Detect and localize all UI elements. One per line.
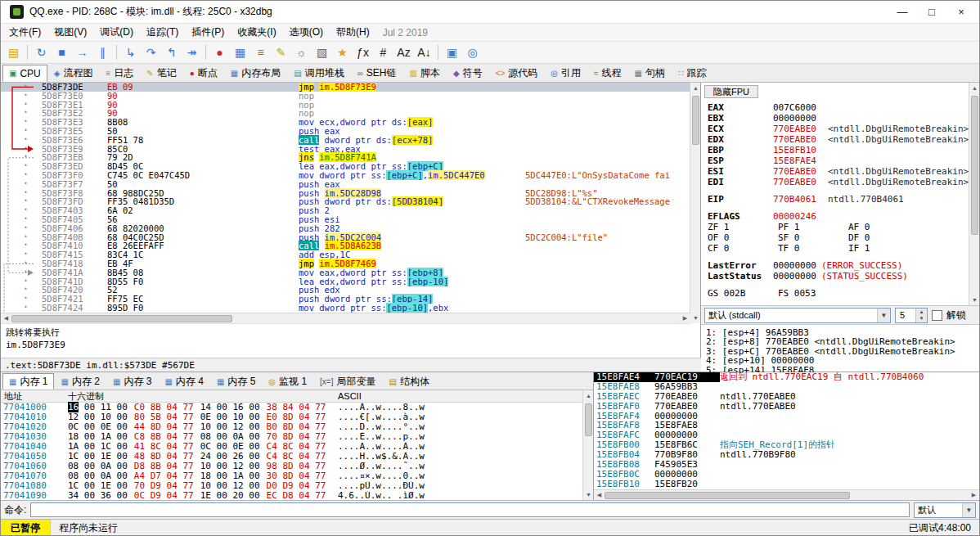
step-into-button[interactable]: ↳ (120, 43, 141, 62)
reg-scroll-down-icon[interactable]: ▼ (969, 295, 980, 305)
breakpoint-gutter-dot[interactable]: • (1, 206, 42, 215)
tab-notes[interactable]: ✎笔记 (140, 65, 182, 82)
register-value[interactable]: 15E8FAE4 (773, 155, 816, 166)
register-line[interactable]: ESP15E8FAE4 (708, 155, 966, 166)
disasm-vscroll-thumb[interactable] (692, 96, 699, 145)
step-over-button[interactable]: ↷ (141, 43, 161, 62)
dump-scroll-up-icon[interactable]: ▲ (583, 390, 594, 401)
disasm-row[interactable]: •5D8F73E190nop (1, 101, 690, 110)
breakpoint-gutter-dot[interactable]: • (1, 304, 42, 313)
stack-row[interactable]: 15E8FB0015E8FB6C指向SEH_Record[1]的指针 (594, 440, 979, 450)
flag-sf[interactable]: SF 0 (778, 232, 848, 243)
disasm-row[interactable]: •5D8F740556push esi (1, 215, 690, 224)
tab-seh-chain[interactable]: ∞SEH链 (351, 65, 403, 82)
breakpoint-gutter-dot[interactable]: • (1, 268, 42, 277)
scroll-up-arrow-icon[interactable]: ▲ (690, 83, 701, 93)
stack-row[interactable]: 15E8FB1015E8FB20 (594, 480, 979, 489)
disasm-horizontal-scrollbar[interactable]: ◀ ▶ (1, 313, 690, 323)
register-line[interactable]: LastStatus00000000(STATUS_SUCCESS) (708, 271, 966, 282)
tab-memory-1[interactable]: ▦内存 1 (2, 373, 54, 390)
log-button[interactable]: ≡ (250, 43, 271, 62)
stop-button[interactable]: ■ (52, 43, 72, 62)
disasm-row[interactable]: •5D8F73FDFF35 0481D35Dpush dword ptr ds:… (1, 197, 690, 206)
breakpoint-gutter-dot[interactable]: • (1, 233, 42, 242)
flag-df[interactable]: DF 0 (848, 232, 919, 243)
breakpoint-gutter-dot[interactable]: • (1, 180, 42, 189)
breakpoint-gutter-dot[interactable]: • (1, 241, 42, 250)
argument-row[interactable]: 4: [esp+10] 00000000 (706, 356, 976, 365)
breakpoint-gutter-dot[interactable]: • (1, 215, 42, 224)
register-line[interactable]: ECX770EABE0<ntdll.DbgUiRemoteBreakin> (708, 124, 966, 134)
tab-locals[interactable]: [x=]局部变量 (313, 373, 382, 390)
scroll-left-arrow-icon[interactable]: ◀ (1, 313, 11, 324)
flag-gs[interactable]: GS 002B (708, 288, 778, 299)
tab-source[interactable]: <>源代码 (489, 65, 545, 82)
disasm-row[interactable]: •5D8F73E090nop (1, 92, 690, 101)
flag-fs[interactable]: FS 0053 (778, 288, 848, 299)
disasm-row[interactable]: •5D8F73E38B08mov ecx,dword ptr ds:[eax] (1, 118, 690, 127)
breakpoint-gutter-dot[interactable]: • (1, 277, 42, 286)
stack-row[interactable]: 15E8FAF0770EABE0ntdll.770EABE0 (594, 402, 979, 412)
calling-convention-select[interactable]: 默认 (stdcall) ▼ (704, 308, 891, 323)
reg-scroll-up-icon[interactable]: ▲ (969, 83, 980, 93)
register-value[interactable]: 770EABE0 (773, 124, 816, 134)
memory-map-button[interactable]: ▦ (230, 43, 250, 62)
sort-az-button[interactable]: A↓ (414, 43, 434, 62)
plugins-button[interactable]: ▧ (312, 43, 332, 62)
tab-threads[interactable]: ≈线程 (587, 65, 628, 82)
tab-memory-3[interactable]: ▦内存 3 (106, 373, 158, 390)
tab-handles[interactable]: ▦句柄 (628, 65, 672, 82)
tab-breakpoints[interactable]: ●断点 (183, 65, 224, 82)
tab-memory-2[interactable]: ▦内存 2 (54, 373, 106, 390)
flag-pf[interactable]: PF 1 (778, 222, 848, 232)
disasm-row[interactable]: •5D8F73F0C745 0C E047C45Dmov dword ptr s… (1, 171, 690, 180)
menu-item-3[interactable]: 调试(D) (93, 24, 140, 41)
breakpoint-gutter-dot[interactable]: • (1, 136, 42, 145)
breakpoint-gutter-dot[interactable]: • (1, 92, 42, 101)
disasm-row[interactable]: •5D8F7424895D F0mov dword ptr ss:[ebp-10… (1, 304, 690, 313)
breakpoint-gutter-dot[interactable]: • (1, 109, 42, 118)
run-button[interactable]: → (72, 43, 92, 62)
step-out-button[interactable]: ↰ (161, 43, 182, 62)
dump-vertical-scrollbar[interactable]: ▲ ▼ (582, 390, 593, 500)
menu-item-4[interactable]: 追踪(T) (140, 24, 185, 41)
stack-horizontal-scrollbar[interactable]: ◀ ▶ (594, 489, 979, 500)
command-input[interactable] (30, 502, 910, 517)
restart-button[interactable]: ↻ (31, 43, 52, 62)
reg-scroll-thumb[interactable] (971, 96, 978, 235)
scroll-down-arrow-icon[interactable]: ▼ (690, 313, 701, 323)
stack-row[interactable]: 15E8FAF400000000 (594, 412, 979, 421)
stack-row[interactable]: 15E8FB08F45905E3 (594, 460, 979, 470)
register-line[interactable]: ZF 1PF 1AF 0 (708, 222, 966, 232)
unlock-checkbox[interactable] (932, 310, 942, 321)
tab-cpu[interactable]: ▣CPU (2, 65, 47, 82)
scroll-right-arrow-icon[interactable]: ▶ (680, 313, 690, 324)
register-line[interactable]: EBP15E8FB10 (708, 145, 966, 155)
minimize-button[interactable]: — (888, 2, 917, 22)
tab-memory-5[interactable]: ▦内存 5 (210, 373, 262, 390)
windows-button[interactable]: ▣ (442, 43, 462, 62)
flag-tf[interactable]: TF 0 (778, 243, 848, 254)
breakpoint-gutter-dot[interactable]: • (1, 189, 42, 198)
tab-call-stack[interactable]: ▤调用堆栈 (287, 65, 350, 82)
flag-if[interactable]: IF 1 (848, 243, 919, 254)
breakpoint-gutter-dot[interactable]: • (1, 197, 42, 206)
tab-symbols[interactable]: ◆符号 (447, 65, 489, 82)
breakpoint-gutter-dot[interactable]: • (1, 162, 42, 171)
dump-scroll-thumb[interactable] (585, 403, 592, 436)
register-line[interactable]: EIP770B4061ntdll.770B4061 (708, 194, 966, 205)
disasm-row[interactable]: •5D8F741D8D55 F0lea edx,dword ptr ss:[eb… (1, 277, 690, 286)
register-value[interactable]: 007C6000 (773, 102, 816, 113)
breakpoint-gutter-dot[interactable]: • (1, 286, 42, 295)
stack-row[interactable]: 15E8FAF815E8FAE8 (594, 421, 979, 430)
breakpoints-button[interactable]: ● (209, 43, 230, 62)
register-line[interactable]: ESI770EABE0<ntdll.DbgUiRemoteBreakin> (708, 166, 966, 177)
execute-till-return-button[interactable]: ↠ (182, 43, 202, 62)
breakpoint-gutter-dot[interactable]: • (1, 250, 42, 259)
close-button[interactable]: × (946, 2, 976, 22)
register-line[interactable]: EBX00000000 (708, 113, 966, 124)
menu-item-1[interactable]: 文件(F) (2, 24, 47, 41)
spinner-arrows-icon[interactable]: ▲▼ (915, 309, 927, 322)
dump-row[interactable]: 7704109034 00 36 000C D9 04 771E 00 20 0… (1, 491, 593, 501)
register-value[interactable]: 770EABE0 (773, 177, 816, 187)
